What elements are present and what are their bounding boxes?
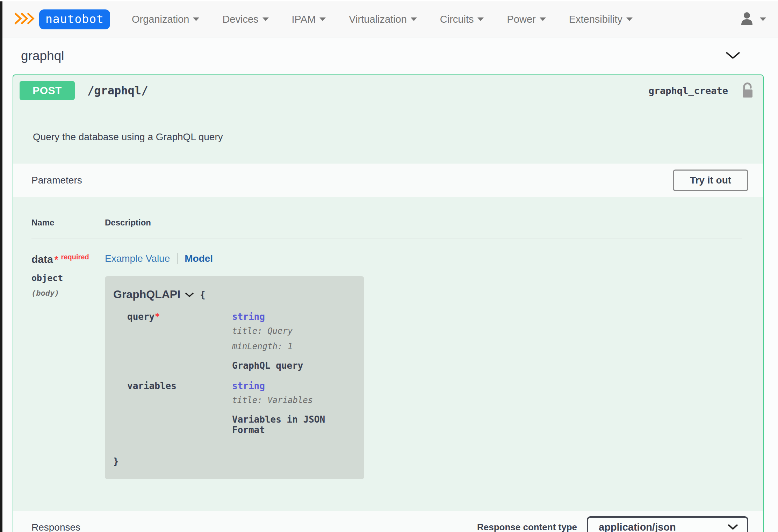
model-title: GraphQLAPI (113, 288, 180, 301)
prop-name: variables (127, 381, 232, 435)
required-asterisk: * (55, 254, 58, 265)
main-nav: Organization Devices IPAM Virtualization… (132, 14, 633, 25)
nav-item-extensibility[interactable]: Extensibility (569, 14, 633, 25)
caret-down-icon (262, 17, 269, 21)
user-menu[interactable] (740, 11, 766, 28)
nav-label: Circuits (440, 14, 474, 25)
parameters-title: Parameters (31, 175, 82, 186)
opblock-header[interactable]: POST /graphql/ graphql_create (13, 75, 763, 106)
param-type: object (31, 273, 105, 283)
caret-down-icon (193, 17, 199, 21)
tab-separator (177, 253, 178, 264)
nav-item-virtualization[interactable]: Virtualization (349, 14, 417, 25)
endpoint-path: /graphql/ (87, 84, 148, 97)
responses-bar: Responses Response content type applicat… (13, 511, 763, 532)
param-name: data (31, 253, 53, 265)
unlocked-padlock-icon[interactable] (741, 82, 754, 99)
model-prop-variables: variables string title: Variables Variab… (127, 381, 354, 435)
caret-down-icon (411, 17, 417, 21)
prop-type: string (232, 381, 354, 391)
method-badge: POST (20, 81, 75, 100)
window-left-edge (0, 1, 2, 532)
open-brace: { (200, 289, 206, 300)
caret-down-icon (760, 17, 766, 21)
column-header-description: Description (105, 218, 151, 228)
column-header-name: Name (31, 218, 105, 228)
parameters-table-head: Name Description (31, 218, 742, 228)
parameters-bar: Parameters Try it out (13, 164, 763, 197)
response-content-type-select[interactable]: application/json (587, 516, 748, 532)
schema-tabs: Example Value Model (105, 253, 742, 264)
tab-example-value[interactable]: Example Value (105, 253, 170, 264)
nautobot-logo[interactable]: nautobot (39, 9, 110, 29)
operation-id: graphql_create (648, 85, 728, 96)
model-box: GraphQLAPI { query* string title: Query (105, 276, 364, 479)
navbar: nautobot Organization Devices IPAM Virtu… (0, 0, 778, 37)
caret-down-icon (626, 17, 633, 21)
selected-content-type: application/json (599, 522, 676, 532)
required-label: required (61, 253, 89, 261)
param-location: (body) (31, 289, 105, 297)
nav-label: Organization (132, 14, 189, 25)
param-meta: data*required object (body) (31, 253, 105, 479)
prop-attr: minLength: 1 (232, 340, 354, 353)
nav-label: Extensibility (569, 14, 622, 25)
prop-type: string (232, 311, 354, 322)
operation-description: Query the database using a GraphQL query (13, 106, 763, 164)
close-brace: } (113, 456, 354, 467)
user-icon (740, 11, 754, 28)
responses-title: Responses (31, 522, 80, 532)
response-content-type-group: Response content type application/json (477, 516, 748, 532)
prop-description: Variables in JSON Format (232, 414, 354, 435)
param-row-data: data*required object (body) Example Valu… (31, 253, 742, 479)
api-section-header: graphql (0, 37, 778, 74)
nav-label: IPAM (292, 14, 316, 25)
try-it-out-button[interactable]: Try it out (673, 170, 748, 191)
nav-item-power[interactable]: Power (507, 14, 546, 25)
param-schema: Example Value Model GraphQLAPI { (105, 253, 742, 479)
nav-item-devices[interactable]: Devices (222, 14, 268, 25)
nav-label: Virtualization (349, 14, 407, 25)
caret-down-icon (477, 17, 484, 21)
nav-item-ipam[interactable]: IPAM (292, 14, 326, 25)
section-collapse-chevron-icon[interactable] (725, 50, 741, 62)
prop-description: GraphQL query (232, 360, 354, 371)
prop-attr: title: Variables (232, 394, 354, 407)
select-chevron-down-icon (727, 523, 739, 532)
tab-model[interactable]: Model (185, 253, 213, 264)
prop-name: query* (127, 311, 232, 371)
parameters-body: Name Description data*required object (b… (13, 197, 763, 511)
nav-label: Power (507, 14, 535, 25)
nav-item-organization[interactable]: Organization (132, 14, 199, 25)
caret-down-icon (540, 17, 546, 21)
table-divider (31, 238, 742, 238)
prop-attr: title: Query (232, 325, 354, 337)
nautobot-brand[interactable]: nautobot (14, 9, 110, 29)
page-title: graphql (21, 49, 64, 63)
model-title-row: GraphQLAPI { (113, 288, 354, 301)
nav-label: Devices (222, 14, 258, 25)
required-asterisk: * (154, 311, 160, 322)
model-collapse-chevron-icon[interactable] (185, 292, 194, 298)
nav-item-circuits[interactable]: Circuits (440, 14, 484, 25)
opblock-post-graphql: POST /graphql/ graphql_create Query the … (13, 74, 764, 532)
caret-down-icon (319, 17, 326, 21)
prop-detail: string title: Variables Variables in JSO… (232, 381, 354, 435)
response-content-type-label: Response content type (477, 522, 577, 532)
prop-detail: string title: Query minLength: 1 GraphQL… (232, 311, 354, 371)
logo-triple-chevron-icon (14, 11, 36, 28)
model-prop-query: query* string title: Query minLength: 1 … (127, 311, 354, 371)
